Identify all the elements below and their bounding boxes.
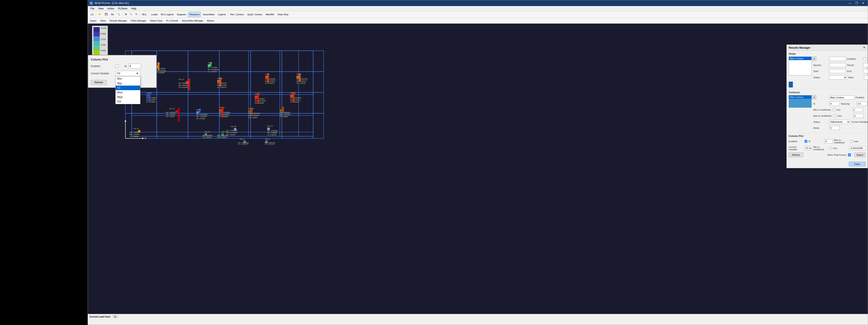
rm-cp-min-undefined-checkbox[interactable]: [829, 147, 832, 150]
toolbar-lc[interactable]: .LC: [89, 12, 95, 17]
option-mxxt[interactable]: Mxxt: [116, 90, 140, 95]
strips-end-input[interactable]: [863, 69, 868, 73]
toolbar-beams[interactable]: Beams: [206, 18, 216, 23]
contours-max-input[interactable]: [853, 114, 864, 118]
toolbar-draw-strip[interactable]: Draw Strip: [276, 12, 290, 17]
rm-cp-show-total-checkbox[interactable]: [848, 153, 851, 156]
results-manager-close-btn[interactable]: ✕: [863, 46, 866, 49]
contours-n-label: N:: [813, 102, 828, 105]
load-case-label: Current Load Case:: [90, 316, 111, 318]
toolbar-bcs-legend[interactable]: BCs Legend: [159, 12, 175, 17]
menu-view[interactable]: View: [96, 6, 105, 11]
strips-result-select[interactable]: [863, 63, 868, 67]
contours-status-select[interactable]: ToBeSolved: [829, 120, 850, 124]
toolbar-paths-manager[interactable]: Paths Manager: [129, 18, 148, 23]
strips-export-btn[interactable]: Export: [867, 57, 868, 61]
close-button[interactable]: ✕: [860, 1, 866, 5]
toolbar-supports[interactable]: Supports: [176, 12, 188, 17]
option-myyt[interactable]: Myyt: [116, 95, 140, 99]
rm-cp-n-input[interactable]: [825, 139, 833, 143]
svg-text:Mx= -0.3070290: Mx= -0.3070290: [226, 130, 237, 131]
svg-text:My= 1.105689: My= 1.105689: [146, 99, 156, 101]
svg-text:Fz= 4.796375: Fz= 4.796375: [265, 83, 274, 84]
toolbar-assemblies-manager[interactable]: Assemblies Manager: [181, 18, 205, 23]
svg-rect-118: [267, 73, 269, 83]
toolbar-select-case[interactable]: Select Case: [149, 18, 164, 23]
refresh-button[interactable]: Refresh: [91, 80, 106, 85]
contours-section: Contours Main Contour ✕ ID:: [786, 89, 868, 133]
toolbar-bcs[interactable]: BCs: [141, 12, 148, 17]
contours-spacing-input[interactable]: [857, 102, 867, 106]
toolbar-open[interactable]: 📂: [97, 12, 103, 17]
svg-text:Col. 13: Col. 13: [267, 125, 273, 127]
toolbar-maxmin[interactable]: Max/Min: [264, 12, 276, 17]
n-input[interactable]: [128, 64, 141, 69]
menu-help[interactable]: Help: [130, 6, 138, 11]
dropdown-button[interactable]: FZ ▼: [115, 71, 141, 76]
svg-rect-61: [196, 111, 199, 114]
rm-close-btn-bottom[interactable]: Close: [849, 162, 866, 166]
sep2: [122, 12, 123, 17]
contours-n-input[interactable]: [829, 102, 840, 106]
option-myy[interactable]: Myy: [116, 81, 140, 86]
contours-spacing-label: Spacing:: [841, 102, 856, 105]
contours-id-input[interactable]: [829, 95, 854, 99]
contours-list-item[interactable]: Main Contour: [789, 95, 811, 99]
toolbar-legend[interactable]: Legend: [217, 12, 227, 17]
svg-rect-128: [251, 108, 253, 115]
option-fzt[interactable]: FZt: [116, 99, 140, 104]
rm-cp-max-undefined-label: Max Is Undefined:: [834, 139, 848, 144]
strips-close-btn[interactable]: ✕: [812, 57, 816, 61]
strips-list[interactable]: Main Contour: [789, 57, 812, 76]
toolbar-results-manager[interactable]: Results Manager: [108, 18, 128, 23]
enabled-checkbox[interactable]: [115, 64, 119, 68]
rm-cp-export-btn[interactable]: Export: [854, 153, 866, 157]
rm-cp-min-input[interactable]: [849, 146, 866, 150]
strips-id-input[interactable]: [829, 57, 846, 61]
strips-start-input[interactable]: [829, 69, 846, 73]
toolbar-zoom[interactable]: 🔍: [116, 12, 122, 17]
toolbar-rotate[interactable]: ↻: [134, 12, 139, 17]
strips-list-item[interactable]: Main Contour: [789, 57, 811, 60]
strips-status-select[interactable]: [829, 76, 847, 80]
restore-button[interactable]: ❐: [854, 1, 860, 5]
toolbar-loads[interactable]: Loads: [150, 12, 159, 17]
rm-cp-variable-select[interactable]: FZ: [805, 146, 812, 150]
svg-text:My= 0.09779643: My= 0.09779643: [255, 100, 266, 102]
toolbar-re[interactable]: Re: [110, 12, 115, 17]
contours-max-undefined-checkbox[interactable]: [833, 114, 836, 117]
contours-min-input[interactable]: [852, 108, 863, 112]
contours-close-btn[interactable]: ✕: [812, 95, 816, 99]
toolbar-reactions[interactable]: Reactions: [188, 12, 201, 17]
option-mxx[interactable]: Mxx: [116, 77, 140, 81]
toolbar-quad-contour[interactable]: Quad. Contour: [246, 12, 264, 17]
strips-enabled-label: Enabled:: [847, 58, 862, 60]
toolbar-rec-contour[interactable]: Rec. Contour: [229, 12, 245, 17]
contours-list[interactable]: Main Contour: [789, 95, 812, 108]
option-fz[interactable]: FZ: [116, 86, 140, 90]
toolbar-grid[interactable]: ⊞: [124, 12, 128, 17]
rm-cp-max-undefined-checkbox[interactable]: [850, 140, 852, 143]
toolbar-pl-controls[interactable]: PL Controls: [165, 18, 180, 23]
toolbar-query[interactable]: Query: [89, 18, 98, 23]
strips-theta-input[interactable]: [864, 76, 868, 80]
menu-action[interactable]: Action: [105, 6, 116, 11]
rm-refresh-btn[interactable]: Refresh: [789, 153, 803, 157]
toolbar-assemblies[interactable]: Assemblies: [202, 12, 216, 17]
strips-npoints-input[interactable]: [829, 63, 846, 67]
strips-enabled-checkbox[interactable]: [863, 57, 866, 60]
menu-file[interactable]: File: [89, 6, 96, 11]
toolbar-save[interactable]: 💾: [103, 12, 109, 17]
toolbar-cursor[interactable]: ↖: [129, 12, 133, 17]
dropdown-arrow-icon: ▼: [136, 72, 138, 75]
results-manager-title-bar: Results Manager ✕: [786, 45, 868, 51]
rm-cp-enabled-checkbox[interactable]: [805, 140, 807, 143]
svg-text:Mx= 0.071688: Mx= 0.071688: [208, 67, 217, 68]
minimize-button[interactable]: —: [847, 1, 853, 5]
menu-pldesin[interactable]: PLDesin: [117, 6, 129, 11]
current-variable-dropdown[interactable]: FZ ▼ Mxx Myy FZ Mxxt Myyt FZt: [115, 71, 141, 76]
toolbar-solve[interactable]: Solve: [99, 18, 107, 23]
contours-theta-input[interactable]: [829, 126, 840, 130]
svg-rect-41: [146, 94, 149, 97]
contours-min-undefined-checkbox[interactable]: [833, 108, 835, 111]
